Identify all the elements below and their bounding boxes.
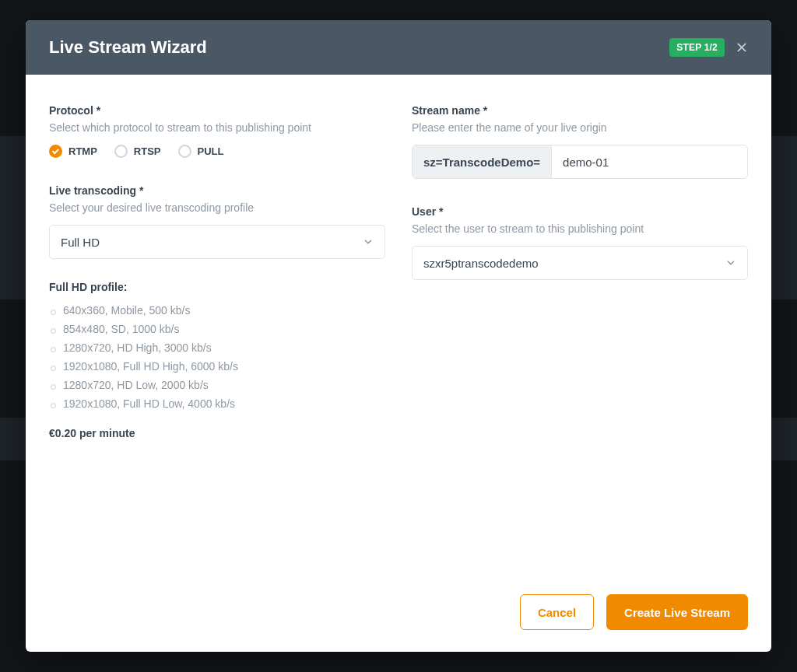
chevron-down-icon: [725, 257, 736, 268]
transcoding-selected: Full HD: [61, 236, 100, 249]
user-help: Select the user to stream to this publis…: [412, 222, 748, 235]
transcoding-help: Select your desired live transcoding pro…: [49, 201, 385, 214]
protocol-field: Protocol * Select which protocol to stre…: [49, 104, 385, 158]
stream-name-field: Stream name * Please enter the name of y…: [412, 104, 748, 179]
right-column: Stream name * Please enter the name of y…: [412, 104, 748, 565]
chevron-down-icon: [363, 236, 374, 247]
radio-label: PULL: [198, 145, 224, 157]
transcoding-field: Live transcoding * Select your desired l…: [49, 184, 385, 259]
stream-name-help: Please enter the name of your live origi…: [412, 121, 748, 134]
radio-dot-icon: [178, 145, 191, 158]
modal-title: Live Stream Wizard: [49, 37, 207, 58]
create-live-stream-button[interactable]: Create Live Stream: [606, 594, 748, 630]
close-icon[interactable]: [736, 41, 748, 54]
protocol-radio-rtsp[interactable]: RTSP: [114, 145, 161, 158]
radio-dot-icon: [49, 145, 62, 158]
modal-body: Protocol * Select which protocol to stre…: [26, 75, 771, 580]
protocol-label: Protocol *: [49, 104, 385, 117]
protocol-radio-pull[interactable]: PULL: [178, 145, 224, 158]
protocol-radio-rtmp[interactable]: RTMP: [49, 145, 97, 158]
profile-title: Full HD profile:: [49, 281, 385, 293]
radio-label: RTSP: [134, 145, 161, 157]
radio-label: RTMP: [68, 145, 97, 157]
cancel-button[interactable]: Cancel: [520, 594, 594, 630]
modal-header: Live Stream Wizard STEP 1/2: [26, 20, 771, 75]
protocol-help: Select which protocol to stream to this …: [49, 121, 385, 134]
profile-item: 1920x1080, Full HD High, 6000 kb/s: [61, 357, 385, 376]
profile-item: 1920x1080, Full HD Low, 4000 kb/s: [61, 394, 385, 413]
modal-footer: Cancel Create Live Stream: [26, 580, 771, 652]
radio-dot-icon: [114, 145, 128, 158]
stream-name-prefix: sz=TranscodeDemo=: [413, 145, 552, 178]
stream-name-label: Stream name *: [412, 104, 748, 117]
left-column: Protocol * Select which protocol to stre…: [49, 104, 385, 565]
live-stream-wizard-modal: Live Stream Wizard STEP 1/2 Protocol * S…: [26, 20, 771, 652]
user-select[interactable]: szxr5ptranscodedemo: [412, 246, 748, 280]
user-label: User *: [412, 205, 748, 218]
profile-item: 640x360, Mobile, 500 kb/s: [61, 301, 385, 320]
transcoding-select[interactable]: Full HD: [49, 225, 385, 259]
profile-item: 854x480, SD, 1000 kb/s: [61, 320, 385, 338]
transcoding-label: Live transcoding *: [49, 184, 385, 197]
user-field: User * Select the user to stream to this…: [412, 205, 748, 280]
protocol-options: RTMP RTSP PULL: [49, 145, 385, 158]
profile-list: 640x360, Mobile, 500 kb/s 854x480, SD, 1…: [49, 301, 385, 413]
profile-item: 1280x720, HD High, 3000 kb/s: [61, 338, 385, 357]
user-selected: szxr5ptranscodedemo: [423, 257, 539, 270]
profile-item: 1280x720, HD Low, 2000 kb/s: [61, 376, 385, 394]
step-badge: STEP 1/2: [669, 38, 725, 57]
stream-name-input-group: sz=TranscodeDemo=: [412, 145, 748, 179]
profile-price: €0.20 per minute: [49, 427, 385, 439]
stream-name-input[interactable]: [552, 145, 747, 178]
